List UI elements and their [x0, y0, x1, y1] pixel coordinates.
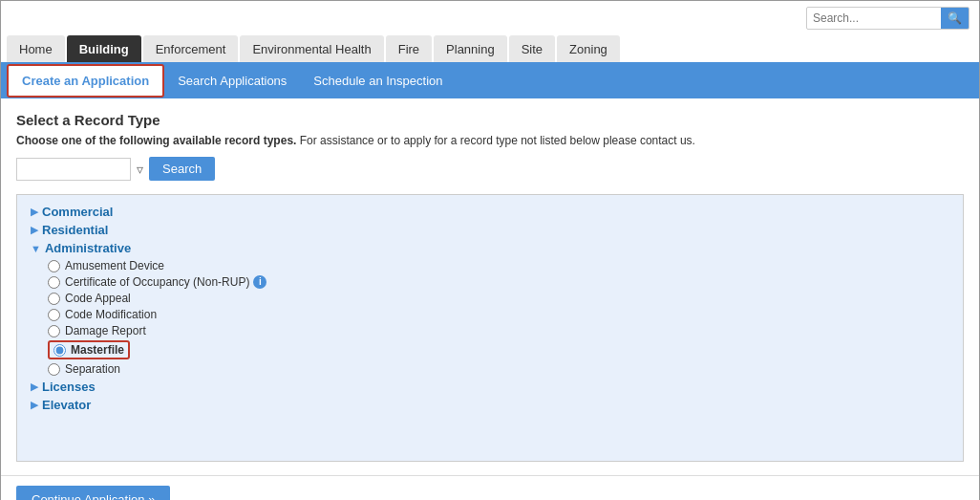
nav-tab-environmental-health[interactable]: Environmental Health: [240, 35, 383, 62]
record-label-2[interactable]: Code Appeal: [65, 292, 131, 305]
nav-tab-site[interactable]: Site: [509, 35, 555, 62]
filter-input[interactable]: [16, 158, 131, 181]
instruction-bold: Choose one of the following available re…: [16, 134, 296, 147]
category-row-residential[interactable]: ▶Residential: [31, 223, 949, 237]
record-label-3[interactable]: Code Modification: [65, 308, 157, 321]
nav-tab-zoning[interactable]: Zoning: [557, 35, 620, 62]
instruction-text: Choose one of the following available re…: [16, 134, 964, 147]
search-button[interactable]: Search: [149, 157, 215, 181]
record-radio-6[interactable]: [48, 363, 60, 376]
filter-icon: ▿: [137, 162, 143, 177]
sub-nav: Create an ApplicationSearch Applications…: [1, 62, 979, 98]
category-row-commercial[interactable]: ▶Commercial: [31, 205, 949, 219]
record-radio-4[interactable]: [48, 325, 60, 337]
category-toggle-4: ▶: [31, 399, 38, 411]
category-label-0: Commercial: [42, 205, 113, 219]
filter-row: ▿ Search: [16, 157, 964, 181]
info-icon-1[interactable]: i: [253, 275, 266, 289]
record-radio-1[interactable]: [48, 276, 60, 289]
nav-tab-home[interactable]: Home: [7, 35, 65, 62]
search-input[interactable]: [807, 9, 941, 28]
nav-tab-enforcement[interactable]: Enforcement: [143, 35, 239, 62]
nav-tab-fire[interactable]: Fire: [386, 35, 432, 62]
record-radio-0[interactable]: [48, 260, 60, 272]
record-label-5[interactable]: Masterfile: [71, 343, 124, 357]
category-row-administrative[interactable]: ▼Administrative: [31, 241, 949, 255]
search-box: 🔍: [806, 7, 969, 30]
page-title: Select a Record Type: [16, 112, 964, 128]
record-item: Certificate of Occupancy (Non-RUP)i: [48, 275, 949, 289]
record-item: Masterfile: [48, 340, 949, 359]
record-label-6[interactable]: Separation: [65, 362, 120, 376]
sub-nav-schedule-an-inspection[interactable]: Schedule an Inspection: [300, 66, 456, 96]
category-toggle-3: ▶: [31, 380, 38, 393]
category-label-4: Elevator: [42, 398, 91, 412]
record-radio-2[interactable]: [48, 293, 60, 305]
nav-tab-building[interactable]: Building: [67, 35, 141, 62]
category-label-2: Administrative: [45, 241, 131, 255]
bottom-bar: Continue Application »: [1, 475, 979, 500]
category-label-3: Licenses: [42, 380, 96, 394]
record-label-0[interactable]: Amusement Device: [65, 259, 164, 272]
category-items-2: Amusement DeviceCertificate of Occupancy…: [31, 259, 949, 376]
record-radio-3[interactable]: [48, 309, 60, 321]
record-list-area: ▶Commercial▶Residential▼AdministrativeAm…: [16, 194, 964, 462]
record-label-4[interactable]: Damage Report: [65, 324, 146, 337]
category-row-licenses[interactable]: ▶Licenses: [31, 380, 949, 394]
app-wrapper: 🔍 HomeBuildingEnforcementEnvironmental H…: [0, 0, 980, 500]
category-row-elevator[interactable]: ▶Elevator: [31, 398, 949, 412]
continue-application-button[interactable]: Continue Application »: [16, 486, 170, 500]
record-item: Code Appeal: [48, 292, 949, 305]
sub-nav-create-an-application[interactable]: Create an Application: [7, 64, 164, 98]
masterfile-highlight: Masterfile: [48, 340, 130, 359]
record-item: Damage Report: [48, 324, 949, 337]
record-item: Code Modification: [48, 308, 949, 321]
top-bar: 🔍: [1, 1, 979, 35]
search-icon-button[interactable]: 🔍: [941, 8, 969, 29]
record-label-1[interactable]: Certificate of Occupancy (Non-RUP): [65, 275, 249, 289]
main-content: Select a Record Type Choose one of the f…: [1, 98, 979, 475]
category-toggle-1: ▶: [31, 224, 38, 236]
record-radio-5[interactable]: [53, 344, 66, 357]
record-item: Separation: [48, 362, 949, 376]
category-toggle-2: ▼: [31, 243, 41, 254]
nav-tab-planning[interactable]: Planning: [434, 35, 507, 62]
main-nav: HomeBuildingEnforcementEnvironmental Hea…: [1, 35, 979, 62]
sub-nav-search-applications[interactable]: Search Applications: [164, 66, 300, 96]
category-toggle-0: ▶: [31, 206, 38, 218]
instruction-normal: For assistance or to apply for a record …: [300, 134, 695, 147]
category-label-1: Residential: [42, 223, 108, 237]
record-item: Amusement Device: [48, 259, 949, 272]
